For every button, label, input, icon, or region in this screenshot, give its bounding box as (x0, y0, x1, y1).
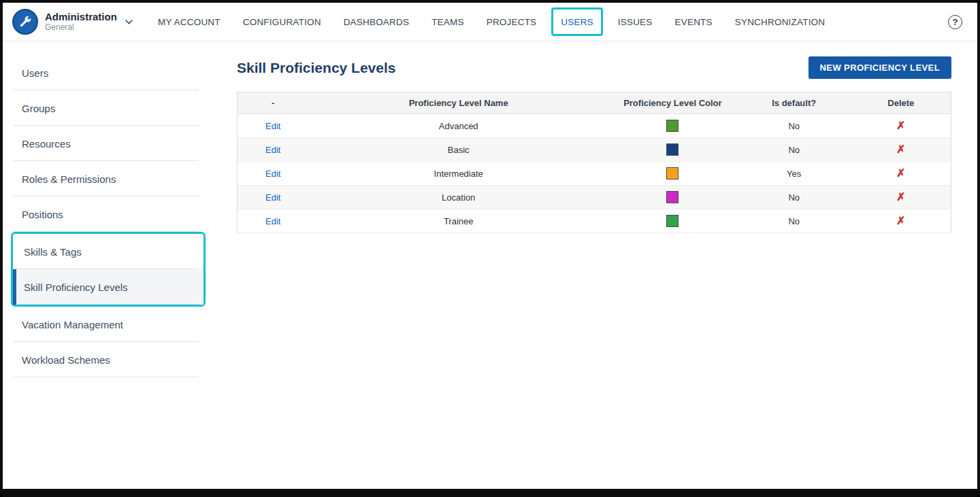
top-bar: Administration General MY ACCOUNT CONFIG… (3, 3, 977, 41)
app-title: Administration (45, 11, 117, 22)
proficiency-level-name: Basic (308, 138, 608, 162)
nav-synchronization[interactable]: SYNCHRONIZATION (735, 17, 826, 27)
new-proficiency-level-button[interactable]: NEW PROFICIENCY LEVEL (808, 56, 951, 79)
sidebar: Users Groups Resources Roles & Permissio… (3, 41, 214, 489)
app-logo-icon (12, 9, 38, 35)
column-header-is-default: Is default? (737, 92, 851, 114)
main-content: Skill Proficiency Levels NEW PROFICIENCY… (214, 41, 977, 489)
sidebar-item-positions[interactable]: Positions (3, 196, 214, 232)
table-row: Edit Basic No ✗ (238, 138, 951, 162)
nav-issues[interactable]: ISSUES (618, 17, 653, 27)
edit-link[interactable]: Edit (265, 121, 280, 131)
nav-events[interactable]: EVENTS (675, 17, 713, 27)
nav-dashboards[interactable]: DASHBOARDS (344, 17, 410, 27)
app-brand[interactable]: Administration General (12, 9, 139, 35)
delete-icon[interactable]: ✗ (896, 167, 905, 179)
edit-link[interactable]: Edit (265, 169, 280, 179)
sidebar-item-label: Workload Schemes (22, 354, 110, 366)
edit-link[interactable]: Edit (265, 192, 280, 203)
is-default-value: No (737, 186, 851, 209)
sidebar-item-label: Vacation Management (22, 319, 123, 330)
sidebar-item-skill-proficiency-levels[interactable]: Skill Proficiency Levels (13, 269, 203, 305)
sidebar-item-resources[interactable]: Resources (3, 126, 214, 161)
color-swatch (666, 143, 679, 156)
table-row: Edit Advanced No ✗ (238, 114, 951, 138)
nav-teams[interactable]: TEAMS (431, 17, 464, 27)
sidebar-item-label: Groups (22, 103, 55, 114)
proficiency-levels-table: - Proficiency Level Name Proficiency Lev… (237, 92, 951, 233)
is-default-value: No (737, 114, 851, 138)
body-row: Users Groups Resources Roles & Permissio… (3, 41, 977, 489)
delete-icon[interactable]: ✗ (896, 215, 905, 226)
help-icon[interactable]: ? (948, 15, 962, 29)
app-subtitle: General (45, 23, 117, 33)
users-tab-annotation-box: USERS (551, 7, 603, 36)
table-row: Edit Location No ✗ (238, 186, 951, 209)
delete-icon[interactable]: ✗ (896, 120, 905, 131)
is-default-value: No (737, 138, 851, 162)
sidebar-item-vacation-management[interactable]: Vacation Management (3, 307, 214, 342)
app-window: Administration General MY ACCOUNT CONFIG… (0, 0, 980, 497)
table-row: Edit Intermediate Yes ✗ (238, 162, 951, 186)
nav-users[interactable]: USERS (561, 17, 593, 27)
color-swatch (666, 191, 679, 203)
is-default-value: Yes (737, 162, 851, 186)
page-title: Skill Proficiency Levels (237, 60, 395, 76)
sidebar-item-label: Positions (22, 209, 63, 220)
app-brand-text: Administration General (45, 11, 117, 32)
color-swatch (666, 215, 679, 227)
main-header: Skill Proficiency Levels NEW PROFICIENCY… (237, 56, 951, 79)
proficiency-level-name: Advanced (308, 114, 608, 138)
chevron-down-icon[interactable] (125, 20, 133, 24)
color-swatch (666, 120, 679, 132)
delete-icon[interactable]: ✗ (896, 191, 905, 203)
edit-link[interactable]: Edit (265, 216, 280, 226)
sidebar-item-label: Users (22, 67, 48, 79)
is-default-value: No (737, 209, 851, 233)
nav-projects[interactable]: PROJECTS (487, 17, 537, 27)
sidebar-item-roles-permissions[interactable]: Roles & Permissions (3, 161, 214, 196)
sidebar-item-label: Roles & Permissions (22, 173, 116, 185)
sidebar-item-groups[interactable]: Groups (3, 90, 214, 126)
column-header-delete: Delete (851, 92, 951, 114)
sidebar-item-label: Resources (22, 138, 71, 150)
delete-icon[interactable]: ✗ (896, 143, 905, 155)
table-header: - Proficiency Level Name Proficiency Lev… (238, 92, 951, 114)
sidebar-item-label: Skills & Tags (24, 246, 82, 258)
proficiency-level-name: Location (308, 186, 608, 209)
nav-my-account[interactable]: MY ACCOUNT (158, 17, 220, 27)
sidebar-item-workload-schemes[interactable]: Workload Schemes (3, 342, 214, 377)
sidebar-item-skills-tags[interactable]: Skills & Tags (13, 234, 203, 269)
proficiency-level-name: Intermediate (308, 162, 608, 186)
color-swatch (666, 167, 679, 179)
column-header-color: Proficiency Level Color (608, 92, 737, 114)
table-header-row: - Proficiency Level Name Proficiency Lev… (238, 92, 951, 114)
column-header-name: Proficiency Level Name (308, 92, 608, 114)
sidebar-item-users[interactable]: Users (3, 55, 214, 90)
primary-nav: MY ACCOUNT CONFIGURATION DASHBOARDS TEAM… (158, 14, 948, 30)
sidebar-item-label: Skill Proficiency Levels (24, 281, 128, 293)
column-header-edit: - (238, 92, 309, 114)
proficiency-level-name: Trainee (308, 209, 608, 233)
table-body: Edit Advanced No ✗ Edit Basic No ✗ (238, 114, 951, 233)
table-row: Edit Trainee No ✗ (238, 209, 951, 233)
edit-link[interactable]: Edit (265, 145, 280, 155)
sidebar-annotation-box: Skills & Tags Skill Proficiency Levels (11, 232, 206, 307)
nav-configuration[interactable]: CONFIGURATION (243, 17, 321, 27)
